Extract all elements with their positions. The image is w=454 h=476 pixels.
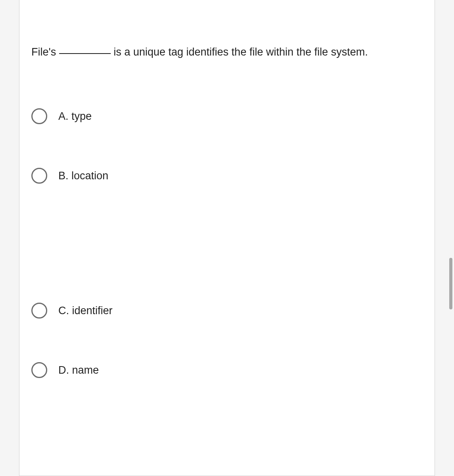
option-a-label: A. type [58,110,92,123]
option-c-label: C. identifier [58,305,113,317]
radio-icon[interactable] [31,303,47,319]
option-a[interactable]: A. type [31,108,423,124]
option-d[interactable]: D. name [31,362,423,378]
blank-line [59,53,111,54]
option-c[interactable]: C. identifier [31,303,423,319]
option-d-label: D. name [58,364,99,376]
radio-icon[interactable] [31,362,47,378]
radio-icon[interactable] [31,168,47,184]
radio-icon[interactable] [31,108,47,124]
option-b-label: B. location [58,170,108,182]
option-b[interactable]: B. location [31,168,423,184]
question-card: File's is a unique tag identifies the fi… [19,0,435,476]
question-suffix: is a unique tag identifies the file with… [111,46,368,58]
options-list: A. type B. location C. identifier D. nam… [31,108,423,378]
question-text: File's is a unique tag identifies the fi… [31,44,423,61]
scrollbar-thumb[interactable] [449,258,452,309]
scrollbar-track[interactable] [449,0,453,476]
question-prefix: File's [31,46,59,58]
